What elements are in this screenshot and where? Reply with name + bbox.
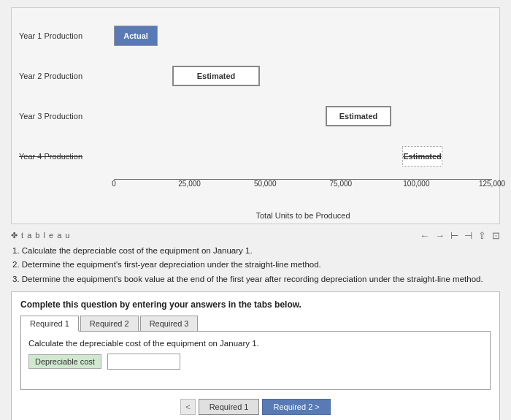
year3-label: Year 3 Production bbox=[19, 112, 114, 121]
forward-arrow-icon: > bbox=[315, 402, 319, 411]
back-nav-label: Required 1 bbox=[210, 402, 249, 411]
forward-icon[interactable]: → bbox=[435, 230, 445, 241]
bottom-nav: < Required 1 Required 2 > bbox=[20, 396, 491, 418]
back-nav-button[interactable]: Required 1 bbox=[199, 399, 260, 415]
x-tick-50k: 50,000 bbox=[254, 180, 277, 188]
year3-bar: Estimated bbox=[326, 106, 391, 126]
back-nav-arrow[interactable]: < bbox=[180, 399, 195, 415]
chart-rows: Year 1 Production Actual Year 2 Producti… bbox=[19, 15, 492, 176]
year2-label: Year 2 Production bbox=[19, 72, 114, 80]
input-row: Depreciable cost bbox=[28, 354, 483, 370]
instruction-2: 2. Determine the equipment's first-year … bbox=[12, 258, 499, 271]
tab-required1-label: Required 1 bbox=[30, 319, 69, 328]
fullscreen-icon[interactable]: ⊡ bbox=[492, 230, 500, 241]
year4-label: Year 4 Production bbox=[19, 152, 114, 161]
tab-required3[interactable]: Required 3 bbox=[140, 316, 199, 331]
year2-bar-container: Estimated bbox=[114, 56, 492, 96]
tab-required2-label: Required 2 bbox=[90, 319, 129, 328]
instruction-1: 1. Calculate the depreciable cost of the… bbox=[12, 244, 499, 257]
forward-nav-label: Required 2 bbox=[273, 402, 312, 411]
year2-bar: Estimated bbox=[172, 66, 260, 86]
tab-required1[interactable]: Required 1 bbox=[20, 316, 79, 332]
year3-bar-container: Estimated bbox=[114, 96, 492, 136]
instruction-3: 3. Determine the equipment's book value … bbox=[12, 272, 499, 286]
tabs[interactable]: Required 1 Required 2 Required 3 bbox=[20, 316, 491, 332]
answer-header: Complete this question by entering your … bbox=[20, 299, 491, 310]
x-tick-100k: 100,000 bbox=[403, 180, 429, 188]
tab-required3-label: Required 3 bbox=[150, 319, 189, 328]
chart-row-year1: Year 1 Production Actual bbox=[19, 15, 492, 56]
year4-bar-container: Estimated bbox=[114, 136, 492, 176]
back-icon[interactable]: ← bbox=[420, 230, 429, 241]
chart-row-year2: Year 2 Production Estimated bbox=[19, 56, 492, 96]
share-icon[interactable]: ⇧ bbox=[478, 230, 486, 241]
tab-content-text: Calculate the depreciable cost of the eq… bbox=[28, 339, 483, 348]
x-tick-125k: 125,000 bbox=[479, 180, 505, 188]
answer-section: Complete this question by entering your … bbox=[11, 291, 500, 420]
tab-required2[interactable]: Required 2 bbox=[80, 316, 139, 331]
year4-label-text: Year 4 Production bbox=[19, 152, 82, 161]
depreciable-cost-label: Depreciable cost bbox=[28, 354, 101, 369]
year1-bar-text: Actual bbox=[123, 31, 148, 40]
chart-area: Year 1 Production Actual Year 2 Producti… bbox=[11, 7, 500, 224]
forward-nav-button[interactable]: Required 2 > bbox=[262, 399, 330, 415]
year1-label: Year 1 Production bbox=[19, 31, 114, 40]
first-icon[interactable]: ⊢ bbox=[450, 230, 458, 241]
tableau-toolbar: ✤ t a b l e a u ← → ⊢ ⊣ ⇧ ⊡ bbox=[11, 230, 500, 241]
x-tick-25k: 25,000 bbox=[178, 180, 201, 188]
last-icon[interactable]: ⊣ bbox=[464, 230, 472, 241]
year1-bar: Actual bbox=[114, 26, 158, 46]
x-tick-0: 0 bbox=[112, 180, 116, 188]
year1-bar-container: Actual bbox=[114, 15, 492, 56]
x-axis-label: Total Units to be Produced bbox=[114, 211, 492, 220]
depreciable-cost-input[interactable] bbox=[107, 354, 180, 370]
main-page: Year 1 Production Actual Year 2 Producti… bbox=[0, 0, 511, 420]
year4-bar-text: Estimated bbox=[403, 152, 442, 161]
chart-row-year3: Year 3 Production Estimated bbox=[19, 96, 492, 136]
tableau-logo: ✤ t a b l e a u bbox=[11, 231, 70, 240]
year2-bar-text: Estimated bbox=[197, 72, 236, 80]
year3-bar-text: Estimated bbox=[339, 112, 378, 121]
x-tick-75k: 75,000 bbox=[330, 180, 353, 188]
chart-row-year4: Year 4 Production Estimated bbox=[19, 136, 492, 176]
year4-bar: Estimated bbox=[402, 146, 442, 167]
tab-content: Calculate the depreciable cost of the eq… bbox=[20, 332, 491, 390]
back-arrow-icon: < bbox=[185, 402, 190, 411]
toolbar-icons[interactable]: ← → ⊢ ⊣ ⇧ ⊡ bbox=[420, 230, 500, 241]
instructions: 1. Calculate the depreciable cost of the… bbox=[11, 244, 500, 286]
